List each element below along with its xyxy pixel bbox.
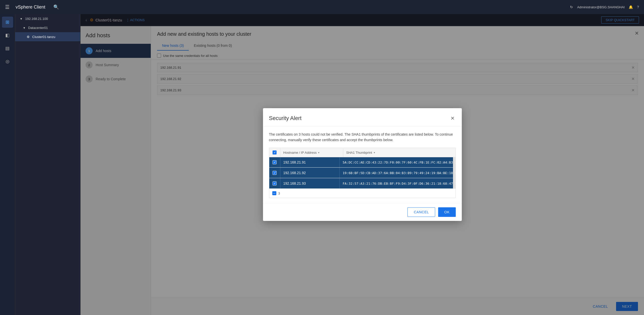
header-checkbox-cell bbox=[269, 148, 280, 157]
modal-footer: CANCEL OK bbox=[263, 203, 462, 221]
col1-header: Hostname / IP Address ▾ bbox=[280, 148, 343, 157]
topbar-right: ↻ Administrator@BSG.SHANGHAI 🔔 ? bbox=[570, 5, 639, 9]
search-icon[interactable]: 🔍 bbox=[53, 4, 59, 10]
cert-row-2-sha: 19:6B:BF:5D:CB:AD:37:6A:BB:04:B3:B9:79:4… bbox=[340, 168, 462, 178]
content-area: ⊞ ◧ ▤ ◎ ▾ 192.168.21.100 ▾ Datacenter01 … bbox=[0, 14, 644, 315]
modal-title: Security Alert bbox=[269, 115, 302, 122]
modal-header: Security Alert ✕ bbox=[263, 108, 462, 127]
sidebar-item-label: Cluster01-tanzu bbox=[32, 35, 55, 39]
modal-description: The certificates on 3 hosts could not be… bbox=[269, 132, 456, 143]
cert-row-3-checkbox[interactable] bbox=[269, 178, 280, 188]
sidebar-item-192-168-21-100[interactable]: ▾ 192.168.21.100 bbox=[15, 14, 80, 23]
col1-sort-icon[interactable]: ▾ bbox=[318, 151, 319, 154]
cert-row-2[interactable]: 192.168.21.92 19:6B:BF:5D:CB:AD:37:6A:BB… bbox=[269, 168, 456, 178]
header-select-all-checkbox[interactable] bbox=[273, 150, 277, 154]
modal-cancel-button[interactable]: CANCEL bbox=[407, 207, 435, 217]
user-label: Administrator@BSG.SHANGHAI bbox=[577, 5, 625, 9]
table-scrollbar[interactable] bbox=[453, 157, 456, 189]
footer-checkbox[interactable] bbox=[272, 191, 276, 195]
cert-row-1-ip: 192.168.21.91 bbox=[280, 157, 340, 167]
menu-icon[interactable]: ☰ bbox=[5, 4, 10, 10]
cert-row-3-ip: 192.168.21.93 bbox=[280, 178, 340, 188]
cluster-icon: ⚙ bbox=[26, 35, 30, 39]
cert-row-2-ip: 192.168.21.92 bbox=[280, 168, 340, 178]
modal-backdrop: Security Alert ✕ The certificates on 3 h… bbox=[81, 14, 644, 315]
sidebar: ▾ 192.168.21.100 ▾ Datacenter01 ⚙ Cluste… bbox=[15, 14, 81, 315]
col2-header: SHA1 Thumbprint ▾ bbox=[343, 148, 456, 157]
topbar: ☰ vSphere Client 🔍 ↻ Administrator@BSG.S… bbox=[0, 0, 644, 14]
cert-row-3[interactable]: 192.168.21.93 FA:32:57:A3:21:76:DB:EB:BF… bbox=[269, 178, 456, 189]
nav-icon-storage[interactable]: ▤ bbox=[2, 43, 13, 54]
security-alert-modal: Security Alert ✕ The certificates on 3 h… bbox=[263, 108, 462, 221]
sidebar-item-cluster01-tanzu[interactable]: ⚙ Cluster01-tanzu bbox=[15, 32, 80, 41]
nav-icon-vm[interactable]: ◧ bbox=[2, 30, 13, 41]
cert-table-container: Hostname / IP Address ▾ SHA1 Thumbprint … bbox=[269, 148, 456, 198]
cert-row-1[interactable]: 192.168.21.91 5A:DC:CC:AE:CD:43:22:7D:F0… bbox=[269, 157, 456, 168]
modal-ok-button[interactable]: OK bbox=[438, 207, 456, 217]
col2-sort-icon[interactable]: ▾ bbox=[374, 151, 375, 154]
sidebar-item-datacenter01[interactable]: ▾ Datacenter01 bbox=[15, 23, 80, 32]
cert-row-2-checkbox[interactable] bbox=[269, 168, 280, 178]
refresh-icon[interactable]: ↻ bbox=[570, 5, 573, 9]
nav-icon-network[interactable]: ◎ bbox=[2, 56, 13, 67]
app-name: vSphere Client bbox=[16, 5, 45, 10]
nav-icon-dashboard[interactable]: ⊞ bbox=[2, 17, 13, 28]
cert-row-1-checkbox[interactable] bbox=[269, 157, 280, 167]
cert-table-body: 192.168.21.91 5A:DC:CC:AE:CD:43:22:7D:F0… bbox=[269, 157, 456, 189]
modal-close-button[interactable]: ✕ bbox=[449, 114, 456, 122]
cert-table-header: Hostname / IP Address ▾ SHA1 Thumbprint … bbox=[269, 148, 456, 157]
cert-row-3-sha: FA:32:57:A3:21:76:DB:EB:BF:F9:D4:3F:0F:D… bbox=[340, 179, 462, 188]
main-area: ‹ ⚙ Cluster01-tanzu ⋮ ACTIONS SKIP QUICK… bbox=[81, 14, 644, 315]
cert-count: 3 bbox=[278, 191, 280, 195]
sidebar-item-label: Datacenter01 bbox=[28, 26, 48, 30]
cert-table-footer: 3 bbox=[269, 189, 456, 198]
help-icon[interactable]: ? bbox=[637, 5, 639, 9]
cert-row-1-sha: 5A:DC:CC:AE:CD:43:22:7D:F0:00:7F:60:4C:F… bbox=[340, 158, 462, 167]
sidebar-item-label: 192.168.21.100 bbox=[25, 17, 48, 21]
nav-icons-bar: ⊞ ◧ ▤ ◎ bbox=[0, 14, 15, 315]
modal-body: The certificates on 3 hosts could not be… bbox=[263, 127, 462, 203]
notifications-icon[interactable]: 🔔 bbox=[629, 5, 633, 9]
datacenter-icon: ▾ bbox=[22, 26, 26, 30]
expand-icon: ▾ bbox=[19, 17, 23, 21]
